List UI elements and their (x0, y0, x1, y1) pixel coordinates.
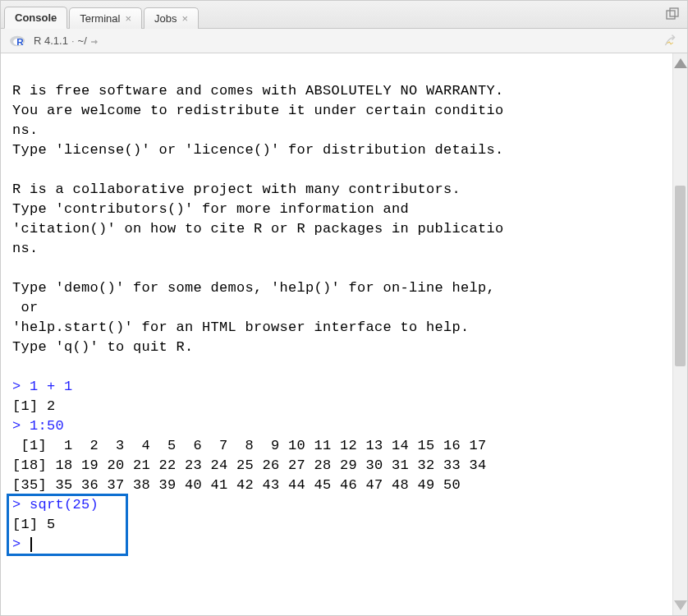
console-text: [18] 18 19 20 21 22 23 24 25 26 27 28 29… (12, 457, 487, 473)
tab-label: Jobs (154, 12, 177, 25)
working-directory[interactable]: ~/ (78, 34, 87, 47)
console-text: R is free software and comes with ABSOLU… (12, 83, 504, 99)
svg-text:R: R (16, 36, 24, 47)
console-text: Type 'license()' or 'licence()' for dist… (12, 142, 504, 158)
svg-rect-0 (667, 11, 675, 19)
console-text: Type 'demo()' for some demos, 'help()' f… (12, 280, 495, 296)
tab-label: Console (15, 11, 57, 24)
separator: · (71, 34, 75, 47)
console-text: Type 'q()' to quit R. (12, 339, 194, 355)
tab-terminal[interactable]: Terminal × (69, 7, 142, 29)
tab-console[interactable]: Console (4, 7, 67, 29)
tab-label: Terminal (80, 12, 120, 25)
console-output[interactable]: R is free software and comes with ABSOLU… (1, 53, 672, 615)
console-text: [1] 2 (12, 398, 56, 414)
console-text: ns. (12, 122, 39, 138)
r-version: R 4.1.1 (34, 34, 68, 47)
console-text: 'citation()' on how to cite R or R packa… (12, 221, 504, 237)
console-text: 'help.start()' for an HTML browser inter… (12, 319, 470, 335)
scroll-thumb[interactable] (675, 186, 686, 366)
console-text: [1] 1 2 3 4 5 6 7 8 9 10 11 12 13 14 15 … (12, 438, 487, 453)
clear-console-icon[interactable] (664, 34, 679, 48)
console-input: 1 + 1 (30, 379, 73, 394)
tab-jobs[interactable]: Jobs × (144, 7, 199, 29)
arrow-icon[interactable] (90, 34, 102, 47)
svg-rect-1 (670, 8, 678, 16)
console-text: Type 'contributors()' for more informati… (12, 201, 409, 217)
console-input: sqrt(25) (30, 497, 99, 513)
console-text: ns. (12, 241, 39, 256)
console-text: R is a collaborative project with many c… (12, 182, 461, 197)
console-text: You are welcome to redistribute it under… (12, 103, 504, 118)
console-input: 1:50 (30, 418, 64, 434)
popout-icon[interactable] (666, 7, 679, 21)
prompt: > (12, 536, 21, 552)
scroll-down-icon[interactable] (674, 600, 687, 610)
cursor (30, 537, 32, 552)
r-logo-icon: R (9, 34, 27, 48)
scroll-up-icon[interactable] (674, 58, 687, 68)
scroll-track[interactable] (673, 68, 687, 600)
prompt: > (12, 497, 21, 513)
console-text: [1] 5 (12, 517, 56, 532)
close-icon[interactable]: × (125, 13, 131, 24)
close-icon[interactable]: × (181, 13, 188, 24)
prompt: > (12, 379, 21, 394)
scrollbar[interactable] (672, 53, 687, 615)
console-text: [35] 35 36 37 38 39 40 41 42 43 44 45 46… (12, 477, 461, 493)
tab-bar: Console Terminal × Jobs × (1, 1, 687, 29)
console-text: or (12, 300, 39, 315)
prompt: > (12, 418, 21, 434)
console-toolbar: R R 4.1.1 · ~/ (1, 29, 687, 53)
